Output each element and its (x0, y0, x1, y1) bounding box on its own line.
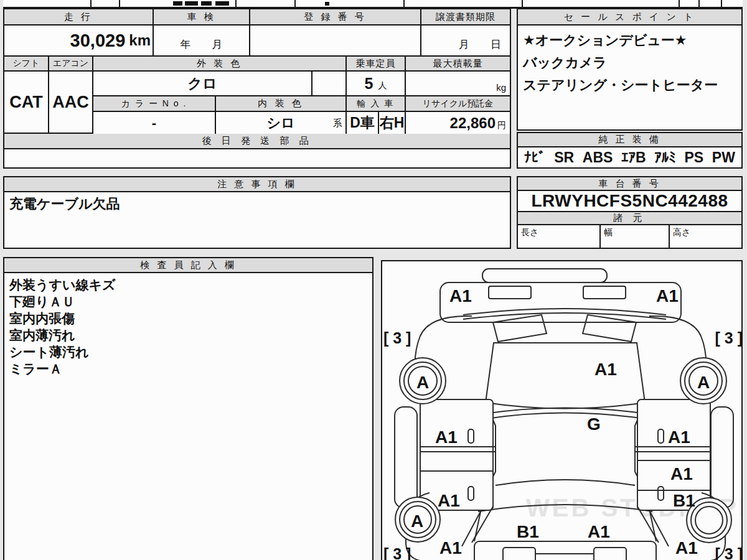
aircon-cell: AAC (49, 72, 93, 134)
shift-value: CAT (9, 93, 43, 112)
later-parts-header: 後 日 発 送 部 品 (4, 134, 510, 149)
inspector-line: 外装うすい線キズ (9, 276, 367, 293)
mark-rear-glass-right: A1 (588, 522, 610, 541)
mark-door-front-left: A1 (435, 427, 458, 447)
cautions-content: 充電ケーブル欠品 (4, 192, 510, 216)
inspection-year-label: 年 (181, 37, 191, 52)
import-value-2: 右H (380, 113, 405, 133)
mark-tire-front-right: [ 3 ] (715, 329, 741, 347)
mark-cowl: G (587, 414, 601, 434)
mileage-cell: 30,029 km (4, 26, 154, 57)
sales-point-header: セ ー ル ス ポ イ ン ト (518, 9, 741, 26)
inspection-header: 車 検 (154, 9, 250, 26)
specs-header-label: 諸 元 (613, 212, 646, 224)
damage-diagram-box: WEB STUDIO.PRO (381, 260, 743, 560)
chassis-number: LRWYHCFS5NC442488 (531, 191, 728, 211)
max-load-header: 最大積載量 (406, 57, 510, 72)
equipment-item: ﾅﾋﾞ (524, 149, 546, 166)
import-value-1: D車 (350, 113, 375, 133)
interior-color-header-label: 内 装 色 (258, 98, 303, 110)
divider (698, 0, 700, 7)
mark-fender-rear-left: A1 (439, 538, 462, 558)
interior-color-header: 内 装 色 (216, 96, 347, 112)
mark-quarter-right-lower: B1 (673, 491, 695, 510)
max-load-cell: kg (406, 72, 510, 96)
mileage-header: 走 行 (4, 9, 154, 26)
divider (403, 0, 405, 7)
inspector-box: 検 査 員 記 入 欄 外装うすい線キズ 下廻りＡＵ 室内内張傷 室内薄汚れ シ… (3, 257, 374, 560)
inspector-line: 下廻りＡＵ (9, 293, 367, 310)
mileage-unit: km (129, 32, 151, 49)
mark-front-bumper-right: A1 (656, 286, 679, 306)
later-parts-label: 後 日 発 送 部 品 (202, 135, 312, 147)
cautions-header-label: 注 意 事 項 欄 (217, 179, 297, 190)
caution-line: 充電ケーブル欠品 (9, 195, 505, 213)
inspection-cell: 年 月 (154, 26, 250, 57)
length-cell: 長さ (518, 225, 601, 248)
import-header: 輸 入 車 (347, 96, 406, 112)
width-label: 幅 (604, 227, 613, 238)
clipped-text-fragment (173, 1, 182, 6)
import-header-label: 輸 入 車 (357, 98, 395, 110)
inspector-line: ミラーＡ (9, 360, 367, 377)
height-cell: 高さ (670, 225, 741, 248)
recycle-value: 22,860 (450, 114, 496, 132)
import-cell-1: D車 (347, 112, 379, 134)
interior-color-suffix: 系 (333, 118, 342, 129)
color-no-header: カ ラ ー N o . (93, 96, 216, 112)
auction-sheet: 走 行 車 検 登 録 番 号 譲渡書類期限 30,029 km 年 月 月 日… (0, 0, 747, 560)
sales-point-header-label: セ ー ル ス ポ イ ン ト (564, 11, 696, 23)
inspector-content: 外装うすい線キズ 下廻りＡＵ 室内内張傷 室内薄汚れ シート薄汚れ ミラーＡ (4, 273, 372, 380)
shift-cell: CAT (4, 72, 49, 134)
chassis-number-cell: LRWYHCFS5NC442488 (518, 191, 741, 212)
clipped-text-fragment (215, 1, 229, 6)
height-label: 高さ (673, 227, 690, 238)
divider (235, 0, 237, 7)
chassis-header: 車 台 番 号 (518, 177, 741, 191)
length-label: 長さ (521, 227, 538, 238)
recycle-unit: 円 (497, 120, 506, 131)
inspector-line: シート薄汚れ (9, 343, 367, 360)
recycle-header: リサイクル預託金 (406, 96, 510, 112)
divider (294, 0, 296, 7)
shift-header-label: シフト (13, 58, 40, 69)
inspection-header-label: 車 検 (187, 11, 215, 23)
width-cell: 幅 (601, 225, 670, 248)
inspector-header: 検 査 員 記 入 欄 (4, 258, 372, 273)
inspector-line: 室内薄汚れ (9, 327, 367, 343)
sales-point-line: バックカメラ (523, 52, 736, 74)
transfer-month-label: 月 (459, 37, 469, 52)
mark-wheel-rear-left: A (411, 511, 423, 531)
capacity-header-label: 乗車定員 (356, 58, 396, 70)
later-parts-cell (4, 149, 510, 167)
equipment-item: ｱﾙﾐ (654, 149, 676, 166)
cautions-box: 注 意 事 項 欄 充電ケーブル欠品 (3, 176, 511, 249)
max-load-unit: kg (496, 82, 506, 93)
color-no-cell: - (93, 112, 216, 134)
exterior-color-cell: クロ (93, 72, 312, 96)
exterior-color-header: 外 装 色 (93, 57, 347, 72)
equipment-list: ﾅﾋﾞ SR ABS ｴｱB ｱﾙﾐ PS PW (518, 147, 741, 167)
divider (119, 0, 120, 7)
mileage-value: 30,029 (70, 30, 126, 51)
mark-door-rear-left: A1 (438, 491, 460, 510)
recycle-cell: 22,860 円 (406, 112, 510, 134)
mark-quarter-right-upper: A1 (670, 464, 693, 483)
car-top-view-diagram: WEB STUDIO.PRO (382, 261, 741, 560)
inspection-month-label: 月 (212, 37, 223, 52)
mileage-header-label: 走 行 (64, 11, 93, 23)
specs-header: 諸 元 (518, 212, 741, 225)
mark-tire-rear-right: [ 3 ] (715, 545, 741, 560)
divider (522, 0, 523, 7)
color-no-header-label: カ ラ ー N o . (121, 98, 187, 110)
equipment-item: PS (685, 149, 704, 166)
mark-wheel-front-right: A (697, 373, 710, 392)
clipped-text-fragment (201, 1, 212, 6)
exterior-color-label: 外 装 色 (197, 58, 242, 70)
sales-point-content: ★オークションデビュー★ バックカメラ ステアリング・シートヒーター (518, 26, 741, 100)
aircon-value: AAC (52, 93, 89, 112)
mark-front-bumper-left: A1 (449, 286, 472, 306)
inspector-header-label: 検 査 員 記 入 欄 (140, 259, 237, 271)
registration-cell (250, 26, 421, 57)
cautions-header: 注 意 事 項 欄 (4, 177, 510, 192)
